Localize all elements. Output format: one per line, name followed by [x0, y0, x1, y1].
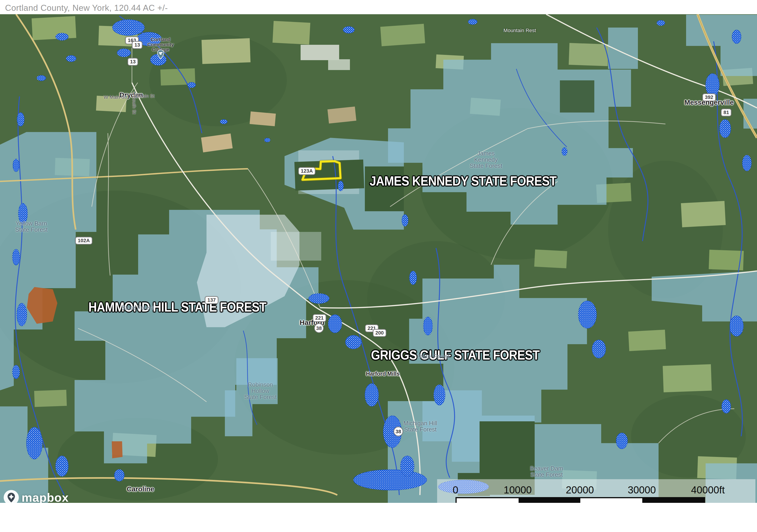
listing-subtitle: Cortland County, New York, 120.44 AC +/- [5, 3, 168, 13]
basemap-label-james-kennedy: JamesKennedyState Forest [470, 150, 502, 169]
basemap-label-beaver-dam: Beaver DamState Forest [530, 465, 563, 478]
town-label-caroline: Caroline [127, 485, 154, 493]
forest-label-hammond-hill: HAMMOND HILL STATE FOREST [88, 299, 266, 315]
basemap-label-yellow-barn: Yellow BarnState Forest [15, 220, 48, 233]
scale-tick-label: 10000 [504, 484, 532, 496]
forest-label-griggs-gulf: GRIGGS GULF STATE FOREST [371, 347, 540, 362]
route-shield: 200 [373, 329, 386, 337]
scale-tick-label: 0 [453, 484, 458, 496]
college-pin-icon [157, 49, 165, 59]
scale-bar: 0 10000 20000 30000 40000ft [437, 479, 755, 503]
route-shield: 81 [721, 109, 732, 116]
street-label-south-st: South St [132, 96, 137, 114]
scale-tick-label: 30000 [628, 484, 656, 496]
basemap-label-robinson-hollow: RobinsonHollowState Forest [244, 382, 277, 400]
route-shield: 123A [298, 167, 316, 175]
route-shield: 38 [314, 323, 324, 333]
listing-map-page: Cortland County, New York, 120.44 AC +/- [0, 0, 757, 532]
route-shield: 102A [75, 237, 92, 244]
route-shield: 13 [128, 58, 138, 66]
town-label-mountain-rest: Mountain Rest [503, 28, 536, 34]
route-shield: 137 [205, 296, 219, 304]
basemap-label-griggs-gulf: State Forest [417, 353, 449, 360]
basemap-label-hammond-hill: State Forest [121, 305, 154, 311]
basemap-label-michigan-hill: Michigan HillState Forest [404, 420, 437, 433]
listing-header: Cortland County, New York, 120.44 AC +/- [0, 0, 757, 14]
scale-bar-segments [455, 497, 705, 503]
forest-label-james-kennedy: JAMES KENNEDY STATE FOREST [370, 173, 557, 189]
map-canvas[interactable]: JAMES KENNEDY STATE FOREST HAMMOND HILL … [0, 14, 757, 503]
mapbox-attribution[interactable]: mapbox [3, 489, 69, 503]
scale-tick-label: 20000 [566, 484, 594, 496]
route-shield: 221 [313, 314, 326, 322]
route-shield: 392 [702, 93, 716, 101]
street-label-w-main: W Main St [104, 94, 126, 100]
satellite-basemap [0, 14, 757, 503]
route-shield: 38 [394, 426, 403, 436]
map-legend: Boundary Forest Service State Land Fish … [0, 503, 757, 532]
mapbox-wordmark: mapbox [21, 491, 69, 503]
town-label-harford-mills: Harford Mills [366, 371, 400, 377]
scale-tick-label: 40000ft [691, 484, 725, 496]
route-shield: 13 [132, 41, 142, 49]
mapbox-logo-icon [3, 489, 19, 503]
